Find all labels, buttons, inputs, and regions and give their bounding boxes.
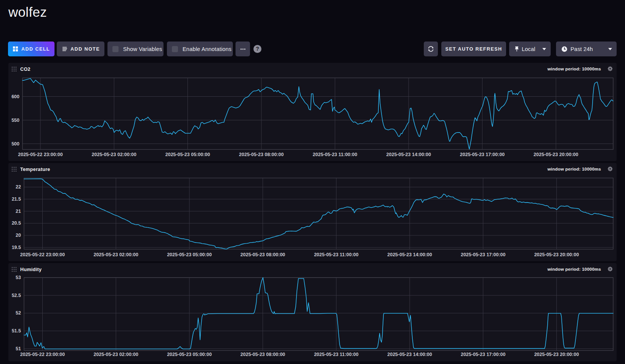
svg-text:2025-05-23 02:00:00: 2025-05-23 02:00:00 xyxy=(93,352,138,357)
svg-text:20: 20 xyxy=(16,233,21,238)
svg-text:2025-05-23 08:00:00: 2025-05-23 08:00:00 xyxy=(239,152,284,157)
svg-text:2025-05-23 20:00:00: 2025-05-23 20:00:00 xyxy=(534,152,578,157)
svg-text:51.5: 51.5 xyxy=(12,328,21,334)
svg-text:2025-05-22 23:00:00: 2025-05-22 23:00:00 xyxy=(18,152,62,157)
svg-text:20.5: 20.5 xyxy=(12,220,21,226)
svg-text:2025-05-23 02:00:00: 2025-05-23 02:00:00 xyxy=(93,252,138,257)
svg-text:2025-05-23 14:00:00: 2025-05-23 14:00:00 xyxy=(387,352,432,357)
svg-text:21.5: 21.5 xyxy=(12,196,21,202)
svg-text:19.5: 19.5 xyxy=(12,245,21,250)
svg-text:53: 53 xyxy=(16,275,21,280)
svg-text:2025-05-23 02:00:00: 2025-05-23 02:00:00 xyxy=(92,152,136,157)
svg-text:550: 550 xyxy=(11,118,19,123)
svg-text:2025-05-23 11:00:00: 2025-05-23 11:00:00 xyxy=(314,252,359,257)
svg-text:2025-05-23 05:00:00: 2025-05-23 05:00:00 xyxy=(167,352,212,357)
svg-text:2025-05-23 08:00:00: 2025-05-23 08:00:00 xyxy=(240,252,285,257)
svg-text:2025-05-23 20:00:00: 2025-05-23 20:00:00 xyxy=(534,352,579,357)
svg-text:2025-05-23 14:00:00: 2025-05-23 14:00:00 xyxy=(387,252,432,257)
svg-text:2025-05-22 23:00:00: 2025-05-22 23:00:00 xyxy=(20,352,65,357)
svg-text:52: 52 xyxy=(16,310,21,316)
svg-text:500: 500 xyxy=(11,141,19,147)
svg-text:2025-05-23 05:00:00: 2025-05-23 05:00:00 xyxy=(165,152,210,157)
svg-text:2025-05-23 17:00:00: 2025-05-23 17:00:00 xyxy=(461,352,505,357)
svg-text:2025-05-23 20:00:00: 2025-05-23 20:00:00 xyxy=(534,252,579,257)
svg-text:22: 22 xyxy=(16,184,21,190)
svg-text:2025-05-23 11:00:00: 2025-05-23 11:00:00 xyxy=(313,152,357,157)
svg-text:2025-05-23 05:00:00: 2025-05-23 05:00:00 xyxy=(167,252,212,257)
svg-text:2025-05-23 17:00:00: 2025-05-23 17:00:00 xyxy=(460,152,505,157)
svg-text:51: 51 xyxy=(16,346,21,351)
svg-text:21: 21 xyxy=(16,209,21,214)
svg-text:2025-05-23 08:00:00: 2025-05-23 08:00:00 xyxy=(240,352,285,357)
svg-text:2025-05-23 14:00:00: 2025-05-23 14:00:00 xyxy=(386,152,431,157)
svg-text:2025-05-22 23:00:00: 2025-05-22 23:00:00 xyxy=(20,252,65,257)
svg-text:52.5: 52.5 xyxy=(12,293,21,298)
svg-text:2025-05-23 11:00:00: 2025-05-23 11:00:00 xyxy=(314,352,359,357)
svg-text:600: 600 xyxy=(11,94,19,99)
svg-text:2025-05-23 17:00:00: 2025-05-23 17:00:00 xyxy=(461,252,505,257)
